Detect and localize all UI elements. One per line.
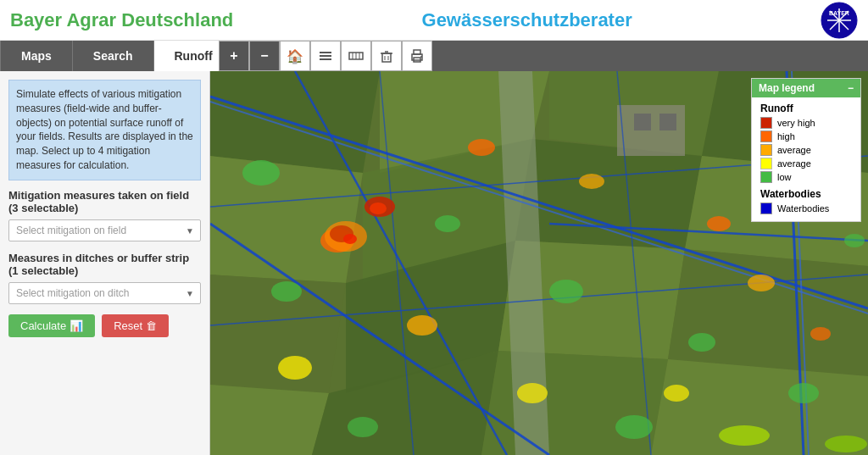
trash-icon	[379, 48, 394, 64]
zoom-out-button[interactable]: −	[249, 41, 280, 71]
navbar: Maps Search Runoff + − 🏠	[0, 41, 868, 71]
svg-rect-8	[320, 58, 331, 60]
main-content: Simulate effects of various mitigation m…	[0, 71, 868, 455]
header-title-left: Bayer Agrar Deutschland	[10, 9, 233, 31]
svg-point-83	[825, 436, 867, 452]
svg-point-71	[549, 280, 583, 303]
tab-maps[interactable]: Maps	[0, 41, 73, 71]
svg-rect-42	[659, 114, 676, 130]
reset-label: Reset	[114, 319, 142, 332]
reset-button[interactable]: Reset 🗑	[102, 314, 169, 337]
svg-point-67	[664, 385, 689, 402]
reset-icon: 🗑	[146, 319, 157, 332]
svg-point-55	[370, 203, 387, 214]
svg-rect-19	[414, 50, 420, 54]
legend-collapse-icon[interactable]: −	[848, 82, 854, 94]
svg-point-63	[579, 174, 604, 189]
legend-title: Map legend	[759, 82, 815, 94]
legend-item-very-high: very high	[760, 117, 852, 129]
map-legend: Map legend − Runoff very high high avera…	[751, 78, 861, 222]
home-button[interactable]: 🏠	[280, 41, 310, 71]
legend-color-high	[760, 130, 772, 142]
print-button[interactable]	[402, 41, 432, 71]
bayer-logo: BAYER	[821, 2, 858, 39]
calculate-icon: 📊	[70, 319, 83, 332]
svg-point-60	[707, 216, 731, 231]
svg-point-62	[407, 315, 437, 336]
svg-rect-7	[320, 55, 331, 57]
svg-point-72	[688, 333, 715, 352]
svg-point-73	[788, 383, 819, 403]
svg-point-64	[748, 275, 775, 291]
legend-label-very-high: very high	[777, 118, 815, 128]
legend-item-waterbodies: Waterbodies	[760, 203, 852, 214]
svg-point-79	[343, 234, 357, 244]
svg-marker-37	[481, 351, 668, 455]
legend-color-average-light	[760, 158, 772, 169]
delete-button[interactable]	[371, 41, 402, 71]
info-box: Simulate effects of various mitigation m…	[8, 80, 201, 180]
map-area[interactable]: Map legend − Runoff very high high avera…	[210, 71, 868, 455]
action-buttons: Calculate 📊 Reset 🗑	[8, 314, 201, 337]
svg-marker-34	[668, 249, 868, 376]
field-mitigation-label: Mitigation measures taken on field (3 se…	[8, 189, 201, 214]
runoff-section-title: Runoff	[760, 103, 852, 114]
svg-rect-6	[320, 52, 331, 53]
svg-point-70	[435, 215, 460, 232]
svg-marker-27	[210, 156, 363, 283]
svg-point-69	[271, 281, 302, 302]
svg-point-21	[420, 56, 422, 58]
svg-point-66	[517, 383, 548, 403]
legend-label-low: low	[777, 172, 792, 182]
measure-icon	[348, 48, 364, 64]
svg-point-59	[468, 139, 495, 156]
legend-color-average-yellow	[760, 144, 772, 156]
ditch-mitigation-label: Measures in ditches or buffer strip (1 s…	[8, 252, 201, 277]
legend-label-average: average	[777, 145, 811, 155]
ditch-mitigation-select[interactable]: Select mitigation on ditch	[8, 282, 201, 304]
svg-point-74	[844, 234, 865, 247]
header-title-center: Gewässerschutzberater	[233, 9, 821, 31]
svg-point-68	[242, 160, 280, 186]
legend-label-waterbodies: Waterbodies	[777, 203, 829, 214]
svg-marker-23	[210, 71, 380, 173]
waterbodies-section-title: Waterbodies	[760, 188, 852, 200]
svg-point-82	[719, 425, 770, 446]
calculate-label: Calculate	[20, 319, 66, 332]
legend-color-low	[760, 171, 772, 183]
svg-point-65	[278, 356, 312, 380]
zoom-in-button[interactable]: +	[219, 41, 249, 71]
print-icon	[409, 48, 425, 64]
legend-label-high: high	[777, 131, 795, 141]
legend-item-high: high	[760, 130, 852, 142]
legend-item-average-light: average	[760, 158, 852, 169]
sidebar: Simulate effects of various mitigation m…	[0, 71, 210, 455]
svg-rect-13	[382, 53, 391, 62]
legend-item-low: low	[760, 171, 852, 183]
svg-marker-35	[210, 385, 329, 455]
layers-button[interactable]	[310, 41, 341, 71]
legend-color-waterbodies	[760, 203, 772, 214]
calculate-button[interactable]: Calculate 📊	[8, 314, 95, 337]
legend-color-very-high	[760, 117, 772, 129]
ditch-mitigation-wrapper: Select mitigation on ditch	[8, 282, 201, 304]
legend-label-average-2: average	[777, 158, 811, 169]
measure-button[interactable]	[341, 41, 371, 71]
layers-icon	[318, 48, 333, 64]
tab-search[interactable]: Search	[73, 41, 154, 71]
map-toolbar: + − 🏠	[219, 41, 432, 71]
svg-rect-41	[634, 114, 651, 130]
field-mitigation-select[interactable]: Select mitigation on field	[8, 219, 201, 241]
svg-point-76	[348, 417, 378, 437]
map-legend-header: Map legend −	[752, 79, 860, 97]
app-header: Bayer Agrar Deutschland Gewässerschutzbe…	[0, 0, 868, 41]
svg-point-75	[615, 415, 653, 439]
legend-item-average-yellow: average	[760, 144, 852, 156]
svg-point-61	[810, 327, 831, 341]
field-mitigation-wrapper: Select mitigation on field	[8, 219, 201, 241]
